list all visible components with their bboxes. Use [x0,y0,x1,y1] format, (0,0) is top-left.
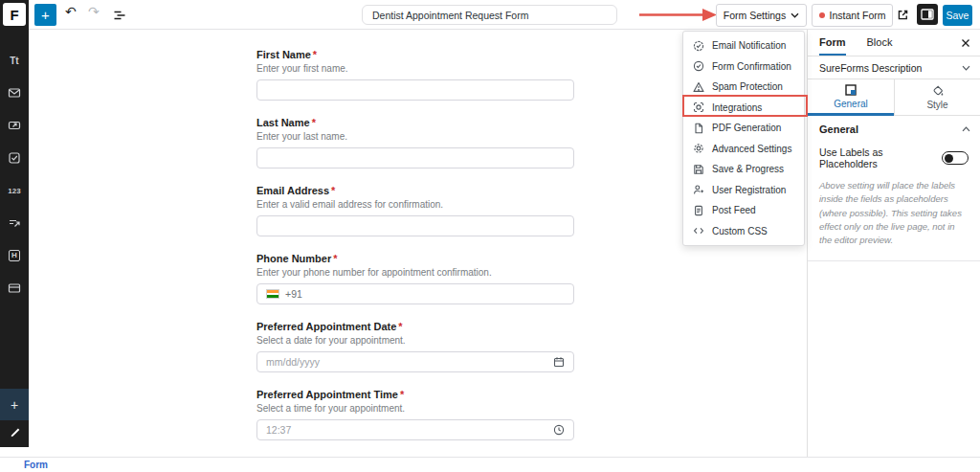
phone-input[interactable]: +91 [256,283,574,304]
select-field-icon[interactable] [0,207,29,239]
number-field-icon[interactable]: 123 [0,174,29,207]
field-phone: Phone Number* Enter your phone number fo… [256,253,574,304]
field-time: Preferred Appointment Time* Select a tim… [256,389,574,440]
redo-button[interactable]: ↷ [88,4,100,19]
field-first-name: First Name* Enter your first name. [256,49,574,101]
date-input[interactable]: mm/dd/yyyy [256,351,574,372]
settings-panel-toggle-button[interactable] [917,4,938,25]
panel-subtabs: General Style [808,79,980,116]
save-button[interactable]: Save [943,5,972,26]
field-help: Select a time for your appointment. [256,403,574,415]
left-field-toolbar: F Tt 123 H + [0,0,29,447]
menu-item-email-notification[interactable]: Email Notification [683,35,804,56]
form-title-input[interactable] [362,5,617,25]
time-input[interactable]: 12:37 [256,419,574,440]
last-name-input[interactable] [256,147,574,169]
time-value: 12:37 [266,424,291,436]
sureforms-logo[interactable]: F [3,3,26,26]
menu-item-label: Spam Protection [712,81,783,92]
menu-item-post-feed[interactable]: Post Feed [683,200,804,221]
menu-item-label: Custom CSS [712,226,768,236]
required-mark: * [331,185,335,196]
url-field-icon[interactable] [0,109,29,142]
menu-item-spam-protection[interactable]: Spam Protection [683,77,804,98]
card-field-icon[interactable] [0,272,29,304]
field-email: Email Address* Enter a valid email addre… [256,185,574,236]
field-help: Select a date for your appointment. [256,335,574,347]
menu-item-label: Post Feed [712,205,756,215]
form-settings-button[interactable]: Form Settings [716,4,807,27]
field-help: Enter your last name. [256,131,574,143]
field-label: Email Address [256,185,329,196]
form-settings-label: Form Settings [724,10,786,21]
instant-form-dot-icon [819,12,825,18]
calendar-icon [553,356,565,368]
menu-item-save-progress[interactable]: Save & Progress [683,159,804,180]
options-kebab-menu[interactable]: ⋮ [976,6,980,20]
breadcrumb[interactable]: Form [24,460,48,470]
integrations-icon [693,101,704,113]
menu-item-pdf-generation[interactable]: PDF Generation [683,118,804,139]
instant-form-button[interactable]: Instant Form [812,4,893,27]
general-section-header[interactable]: General [808,116,980,143]
menu-item-user-registration[interactable]: User Registration [683,180,804,201]
tab-general[interactable]: General [808,79,894,116]
add-block-button[interactable]: + [34,4,56,26]
menu-item-custom-css[interactable]: Custom CSS [683,221,804,242]
first-name-input[interactable] [256,79,574,101]
field-date: Preferred Appointment Date* Select a dat… [256,321,574,372]
sidebar-panel-icon [921,9,934,20]
advanced-settings-icon [693,143,704,154]
menu-item-label: User Registration [712,185,786,195]
clock-icon [553,424,565,436]
india-flag-icon[interactable] [266,289,279,299]
field-label: Phone Number [256,253,331,264]
toggle-label: Use Labels as Placeholders [819,146,942,169]
tab-form[interactable]: Form [819,30,846,56]
field-help: Enter your first name. [256,63,574,75]
edit-pencil-icon[interactable] [9,422,20,443]
menu-item-integrations[interactable]: Integrations [683,98,804,119]
hidden-field-icon[interactable]: H [0,239,29,272]
list-view-button[interactable] [113,9,126,22]
text-field-icon[interactable]: Tt [0,44,29,77]
required-mark: * [398,321,402,332]
description-label: SureForms Description [819,62,922,74]
chevron-down-icon [962,65,970,71]
paint-bucket-icon [932,85,944,97]
general-tab-icon [845,84,857,96]
chevron-down-icon [791,12,799,18]
chevron-up-icon [962,126,970,132]
pdf-generation-icon [693,123,704,134]
menu-item-label: PDF Generation [712,123,781,133]
checkbox-field-icon[interactable] [0,142,29,174]
sureforms-description-row[interactable]: SureForms Description [808,56,980,79]
email-notification-icon [693,40,704,52]
use-labels-toggle[interactable] [942,151,969,165]
editor-footer: Form [0,457,980,472]
tab-block[interactable]: Block [867,30,893,56]
menu-item-label: Email Notification [712,40,786,51]
field-last-name: Last Name* Enter your last name. [256,117,574,169]
menu-item-form-confirmation[interactable]: Form Confirmation [683,56,804,78]
menu-item-label: Advanced Settings [712,144,791,154]
close-icon[interactable] [961,30,970,56]
required-mark: * [312,117,316,128]
required-mark: * [333,253,337,264]
field-label: First Name [256,49,311,60]
toggle-helper-text: Above setting will place the labels insi… [819,179,969,247]
email-input[interactable] [256,215,574,236]
custom-css-icon [693,225,704,236]
menu-item-label: Save & Progress [712,164,784,174]
menu-item-advanced-settings[interactable]: Advanced Settings [683,139,804,160]
undo-button[interactable]: ↶ [65,4,77,19]
menu-item-label: Integrations [712,102,762,113]
email-field-icon[interactable] [0,77,29,109]
form-confirmation-icon [693,60,704,72]
instant-form-label: Instant Form [830,10,886,21]
spam-protection-icon [693,81,704,93]
tab-style[interactable]: Style [894,79,980,116]
sidebar-add-button[interactable]: + [0,389,29,420]
menu-item-label: Form Confirmation [712,61,791,72]
preview-external-link-icon[interactable] [896,8,910,22]
